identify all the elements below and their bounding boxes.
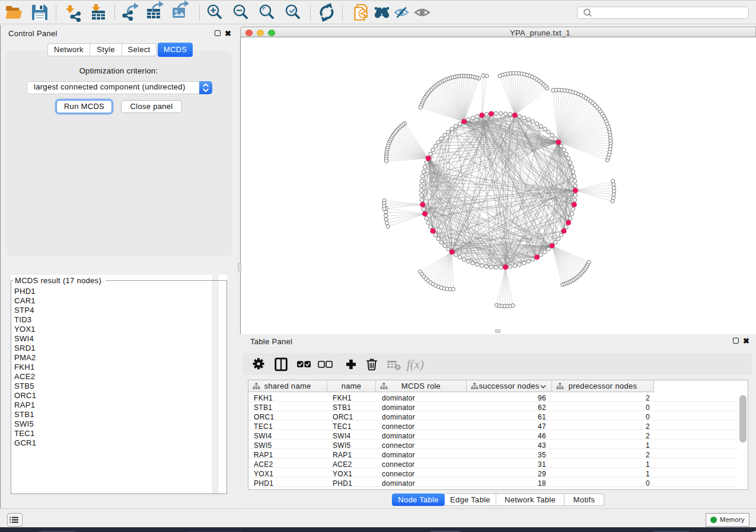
svg-text:f(x): f(x): [407, 358, 424, 371]
